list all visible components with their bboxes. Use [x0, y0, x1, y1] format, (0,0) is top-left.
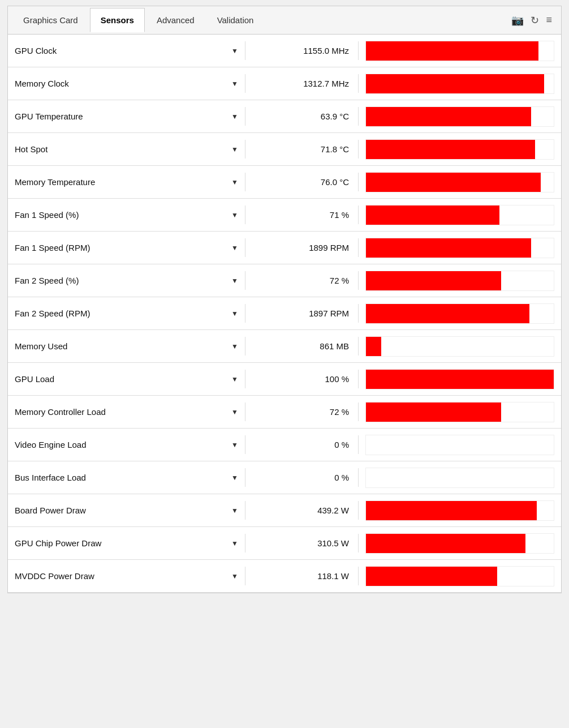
sensor-value: 72 % — [245, 402, 359, 421]
bar-track — [365, 566, 554, 586]
refresh-icon[interactable]: ↻ — [531, 14, 539, 27]
sensor-bar-cell — [359, 299, 561, 328]
sensor-bar-cell — [359, 365, 561, 394]
sensor-value: 310.5 W — [245, 534, 359, 553]
bar-fill — [366, 205, 499, 225]
sensor-value: 861 MB — [245, 337, 359, 356]
sensor-label-text: Memory Controller Load — [15, 407, 227, 417]
sensor-list: GPU Clock▼1155.0 MHzMemory Clock▼1312.7 … — [8, 35, 561, 593]
sensor-label-text: Video Engine Load — [15, 440, 227, 449]
bar-fill — [366, 140, 535, 159]
dropdown-arrow-icon[interactable]: ▼ — [231, 80, 238, 88]
sensor-value: 1155.0 MHz — [245, 41, 359, 60]
bar-track — [365, 533, 554, 554]
sensor-bar-cell — [359, 168, 561, 197]
sensor-value: 1312.7 MHz — [245, 74, 359, 93]
sensor-value: 1899 RPM — [245, 238, 359, 257]
sensor-row: MVDDC Power Draw▼118.1 W — [8, 560, 561, 593]
sensor-bar-cell — [359, 266, 561, 296]
dropdown-arrow-icon[interactable]: ▼ — [231, 441, 238, 449]
sensor-value: 63.9 °C — [245, 107, 359, 126]
sensor-bar-cell — [359, 233, 561, 263]
tab-validation[interactable]: Validation — [206, 8, 265, 32]
bar-track — [365, 500, 554, 521]
dropdown-arrow-icon[interactable]: ▼ — [231, 507, 238, 515]
bar-fill — [366, 271, 501, 290]
tab-sensors[interactable]: Sensors — [90, 8, 145, 32]
bar-fill — [366, 501, 537, 520]
sensor-row: Fan 2 Speed (%)▼72 % — [8, 264, 561, 297]
tab-graphics-card[interactable]: Graphics Card — [12, 8, 89, 32]
sensor-bar-cell — [359, 102, 561, 131]
sensor-value: 100 % — [245, 370, 359, 388]
sensor-label-cell: MVDDC Power Draw▼ — [8, 567, 245, 585]
camera-icon[interactable]: 📷 — [511, 14, 524, 27]
dropdown-arrow-icon[interactable]: ▼ — [231, 211, 238, 219]
sensor-row: Memory Used▼861 MB — [8, 330, 561, 363]
dropdown-arrow-icon[interactable]: ▼ — [231, 113, 238, 121]
sensor-row: Fan 1 Speed (RPM)▼1899 RPM — [8, 232, 561, 264]
bar-track — [365, 336, 554, 357]
sensor-row: GPU Temperature▼63.9 °C — [8, 100, 561, 133]
bar-track — [365, 402, 554, 422]
sensor-row: GPU Load▼100 % — [8, 363, 561, 396]
bar-track — [365, 468, 554, 488]
dropdown-arrow-icon[interactable]: ▼ — [231, 277, 238, 285]
sensor-label-text: GPU Load — [15, 374, 227, 384]
sensor-bar-cell — [359, 496, 561, 525]
sensor-label-cell: Fan 1 Speed (RPM)▼ — [8, 238, 245, 257]
bar-track — [365, 271, 554, 291]
sensor-label-cell: Video Engine Load▼ — [8, 435, 245, 454]
bar-track — [365, 106, 554, 127]
sensor-label-cell: Memory Temperature▼ — [8, 173, 245, 191]
dropdown-arrow-icon[interactable]: ▼ — [231, 178, 238, 186]
sensor-label-text: Bus Interface Load — [15, 473, 227, 482]
tab-advanced[interactable]: Advanced — [146, 8, 205, 32]
sensor-bar-cell — [359, 529, 561, 558]
dropdown-arrow-icon[interactable]: ▼ — [231, 572, 238, 580]
dropdown-arrow-icon[interactable]: ▼ — [231, 145, 238, 153]
sensor-bar-cell — [359, 135, 561, 164]
sensor-label-text: GPU Clock — [15, 46, 227, 55]
sensor-label-text: Memory Temperature — [15, 177, 227, 187]
sensor-row: Memory Temperature▼76.0 °C — [8, 166, 561, 199]
sensor-label-cell: Memory Used▼ — [8, 337, 245, 356]
menu-icon[interactable]: ≡ — [546, 14, 552, 26]
sensor-value: 72 % — [245, 271, 359, 290]
sensor-label-text: Board Power Draw — [15, 506, 227, 515]
sensor-bar-cell — [359, 397, 561, 427]
sensor-row: GPU Clock▼1155.0 MHz — [8, 35, 561, 67]
sensor-label-text: MVDDC Power Draw — [15, 571, 227, 581]
dropdown-arrow-icon[interactable]: ▼ — [231, 474, 238, 482]
sensor-value: 76.0 °C — [245, 173, 359, 191]
sensor-bar-cell — [359, 332, 561, 361]
dropdown-arrow-icon[interactable]: ▼ — [231, 244, 238, 252]
sensor-label-text: Memory Used — [15, 341, 227, 351]
sensor-label-text: GPU Chip Power Draw — [15, 538, 227, 548]
sensor-value: 118.1 W — [245, 567, 359, 585]
sensor-label-text: Fan 1 Speed (RPM) — [15, 243, 227, 252]
sensor-label-cell: Fan 1 Speed (%)▼ — [8, 205, 245, 224]
sensor-row: Video Engine Load▼0 % — [8, 429, 561, 461]
bar-fill — [366, 173, 541, 192]
sensor-label-text: Hot Spot — [15, 144, 227, 154]
bar-track — [365, 172, 554, 192]
sensor-row: Fan 1 Speed (%)▼71 % — [8, 199, 561, 232]
sensor-value: 71.8 °C — [245, 140, 359, 159]
dropdown-arrow-icon[interactable]: ▼ — [231, 342, 238, 350]
bar-track — [365, 238, 554, 258]
dropdown-arrow-icon[interactable]: ▼ — [231, 408, 238, 416]
sensor-label-cell: GPU Temperature▼ — [8, 107, 245, 126]
sensor-label-text: GPU Temperature — [15, 112, 227, 121]
dropdown-arrow-icon[interactable]: ▼ — [231, 375, 238, 383]
dropdown-arrow-icon[interactable]: ▼ — [231, 539, 238, 547]
bar-fill — [366, 238, 531, 258]
bar-fill — [366, 304, 529, 323]
bar-track — [365, 435, 554, 455]
sensor-value: 439.2 W — [245, 501, 359, 520]
sensor-bar-cell — [359, 562, 561, 591]
dropdown-arrow-icon[interactable]: ▼ — [231, 310, 238, 318]
sensor-row: Bus Interface Load▼0 % — [8, 461, 561, 494]
dropdown-arrow-icon[interactable]: ▼ — [231, 47, 238, 55]
bar-fill — [366, 534, 525, 553]
